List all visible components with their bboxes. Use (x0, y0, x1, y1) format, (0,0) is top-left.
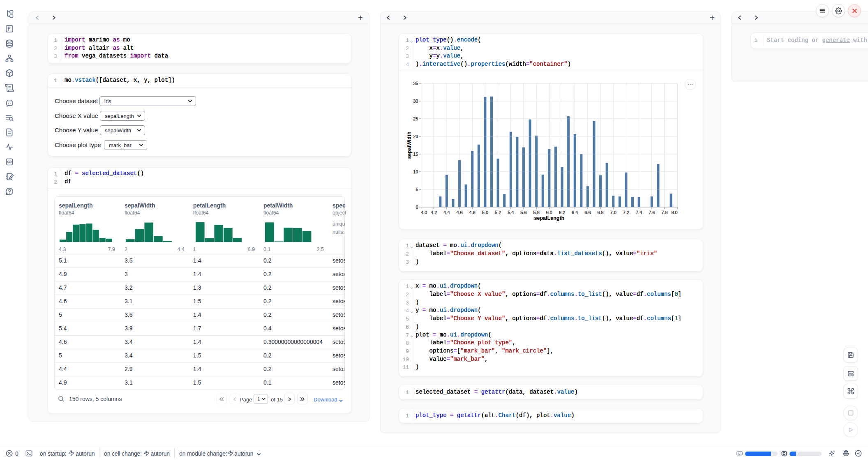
svg-text:4.0: 4.0 (421, 210, 427, 214)
svg-text:5.6: 5.6 (520, 210, 526, 214)
svg-text:sepalLength: sepalLength (534, 215, 565, 221)
svg-text:7.0: 7.0 (610, 210, 616, 214)
svg-text:sepalWidth: sepalWidth (406, 131, 412, 159)
svg-text:4.2: 4.2 (431, 210, 437, 214)
svg-text:20: 20 (413, 134, 418, 138)
svg-text:35: 35 (413, 81, 418, 85)
svg-text:6.8: 6.8 (597, 210, 603, 214)
svg-text:5.8: 5.8 (533, 210, 540, 214)
svg-text:25: 25 (413, 116, 418, 121)
svg-text:10: 10 (413, 169, 418, 174)
svg-text:7.4: 7.4 (636, 210, 642, 214)
svg-text:4.6: 4.6 (456, 210, 462, 214)
svg-text:15: 15 (413, 151, 418, 156)
svg-text:6.2: 6.2 (559, 210, 565, 214)
svg-text:5.4: 5.4 (508, 210, 514, 214)
svg-text:6.6: 6.6 (584, 210, 591, 214)
svg-text:6.0: 6.0 (546, 210, 552, 214)
svg-text:5: 5 (416, 187, 418, 191)
svg-text:4.4: 4.4 (443, 210, 450, 214)
svg-text:7.2: 7.2 (623, 210, 629, 214)
svg-text:0: 0 (416, 204, 418, 209)
svg-text:7.8: 7.8 (661, 210, 667, 214)
svg-text:6.4: 6.4 (572, 210, 578, 214)
svg-text:30: 30 (413, 98, 418, 103)
svg-text:4.8: 4.8 (469, 210, 476, 214)
svg-text:8.0: 8.0 (671, 210, 677, 214)
svg-text:5.0: 5.0 (482, 210, 488, 214)
svg-text:7.6: 7.6 (649, 210, 655, 214)
svg-text:5.2: 5.2 (495, 210, 501, 214)
